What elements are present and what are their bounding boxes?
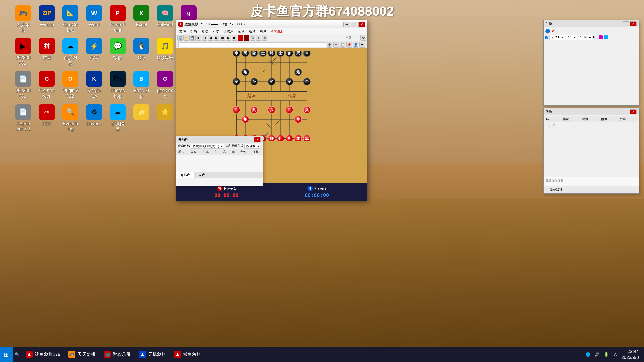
tray-input[interactable]: A <box>612 352 618 358</box>
menu-moves[interactable]: 着法 <box>199 29 210 34</box>
icon-player[interactable]: ▶ 20230908... <box>15 38 31 66</box>
icon-doc1[interactable]: 📄 20230908... <box>15 71 31 99</box>
icon-qqmusic[interactable]: 🎵 QQ音乐 <box>157 38 173 66</box>
bold-btn[interactable]: b <box>256 35 261 41</box>
col-lose: 负 <box>230 149 238 155</box>
search-btn[interactable]: 🔍 <box>250 35 255 41</box>
svg-text:帥: 帥 <box>270 137 274 141</box>
icon-label: 百度网盘 <box>110 121 126 132</box>
icon-img: O <box>62 71 78 87</box>
icon-geek[interactable]: G geek.exe <box>157 71 173 99</box>
red-btn[interactable] <box>238 35 243 41</box>
engine-checkbox[interactable] <box>545 36 548 39</box>
svg-text:相: 相 <box>287 137 291 141</box>
engine-select[interactable]: 引擎1 <box>549 35 565 40</box>
icon-baidupan[interactable]: ☁ 百度网盘 <box>62 38 78 66</box>
maximize-button[interactable]: □ <box>351 22 357 27</box>
opening-close[interactable]: ✕ <box>254 137 261 142</box>
next-end-btn[interactable]: ⏭ <box>220 35 225 41</box>
pencil-btn[interactable]: ✏ <box>333 42 339 48</box>
next-btn[interactable]: ▶ <box>214 35 219 41</box>
tray-network[interactable]: 🌐 <box>585 352 591 358</box>
menu-help[interactable]: 帮助 <box>258 29 269 34</box>
stop-btn[interactable]: ⏹ <box>232 35 237 41</box>
start-button[interactable]: ⊞ <box>0 347 13 362</box>
icon-origin2022[interactable]: O Origin 2022 <box>62 71 78 99</box>
play-btn[interactable]: ▶ <box>226 35 231 41</box>
color-picker2[interactable] <box>604 35 608 39</box>
icon-wechat[interactable]: 💬 微信 <box>110 38 126 66</box>
engine-close[interactable]: ✕ <box>630 21 637 26</box>
print-btn[interactable]: 🖨 <box>195 35 201 41</box>
menu-options[interactable]: 选项 <box>236 29 247 34</box>
col-win: 胜 <box>213 149 221 155</box>
opening-titlebar: 开局库 ✕ <box>176 136 263 143</box>
comment-area[interactable]: 此处编辑注释 <box>544 177 639 186</box>
settings-btn[interactable]: ⚙ <box>360 35 366 41</box>
icon-bandizip[interactable]: B BandiZip <box>133 71 149 99</box>
icon-kingdraw[interactable]: K KingDraw <box>86 71 102 99</box>
icon-everything[interactable]: 🔍 Everything <box>62 104 78 132</box>
extra-btn[interactable]: ⊕ <box>262 35 267 41</box>
person-btn[interactable]: 👤 <box>353 42 358 48</box>
icon-label: Word <box>89 22 100 28</box>
tray-battery[interactable]: 🔋 <box>603 352 609 358</box>
taskbar-item-tianxiang[interactable]: 🎮 天天象棋 <box>64 347 100 362</box>
open-btn[interactable]: 📂 <box>183 35 189 41</box>
taskbar-item-recording[interactable]: 📹 微软录屏 <box>100 347 135 362</box>
minimize-button[interactable]: ─ <box>343 22 350 27</box>
icon-label: Driver... <box>86 121 102 127</box>
nodes-select[interactable]: 1024 <box>578 35 592 40</box>
first-row-text: 一开局一 <box>545 122 638 128</box>
icon-img: 🎵 <box>157 38 173 54</box>
icon-driver[interactable]: ⚙ Driver... <box>86 104 102 132</box>
opening-table: 着法 分数 胜率 胜 和 负 允许 注释 <box>176 149 263 155</box>
icon-photoshop[interactable]: Ps Photoshop <box>110 71 126 99</box>
tab-opening-library[interactable]: 开局库 <box>176 172 194 178</box>
icon-qq[interactable]: 🐧 QQ <box>133 38 149 66</box>
icon-star[interactable]: ⭐ <box>157 104 173 132</box>
dark-red-btn[interactable] <box>244 35 249 41</box>
candidate-close[interactable]: ✕ <box>630 109 637 114</box>
search-bar[interactable]: 🔍 <box>13 352 22 357</box>
menu-opening[interactable]: 开局库 <box>222 29 235 34</box>
depth-select[interactable]: 14 <box>566 35 577 40</box>
icon-label: Origin 2022 <box>62 88 78 99</box>
engine-close-icon[interactable]: ✕ <box>551 29 554 34</box>
query-mode-select[interactable]: 依次查询(查到为止) <box>191 144 224 149</box>
icon-folder[interactable]: 📁 <box>133 104 149 132</box>
tab-cloud-library[interactable]: 云库 <box>194 172 209 178</box>
new-game-btn[interactable]: 🆕 <box>177 35 183 41</box>
system-clock[interactable]: 22:44 2023/9/8 <box>621 349 639 360</box>
taskbar-item-bayufish179[interactable]: ♟ 鲅鱼象棋179 <box>22 347 64 362</box>
prev-start-btn[interactable]: ⏮ <box>202 35 207 41</box>
icon-pdf[interactable]: PDF PDF <box>39 104 55 132</box>
icon-baidupan2[interactable]: ☁ 百度网盘 <box>110 104 126 132</box>
icon-cajviewer[interactable]: C CAJViewer <box>39 71 55 99</box>
menu-register[interactable]: ⊕未注册 <box>269 29 286 34</box>
menu-engine[interactable]: 引擎 <box>211 29 221 34</box>
paste-btn[interactable]: 📌 <box>346 42 352 48</box>
taskbar-item-bayufish[interactable]: ♟ 鲅鱼象棋 <box>170 347 205 362</box>
prev-btn[interactable]: ◀ <box>208 35 213 41</box>
arrow-btn[interactable]: ➡ <box>359 42 365 48</box>
icon-pinyin[interactable]: 拼 拼音 <box>39 38 55 66</box>
engine-minimize[interactable]: ─ <box>623 21 629 26</box>
icon-label: PDF <box>42 121 51 127</box>
menu-video[interactable]: 视频 <box>247 29 258 34</box>
add-btn[interactable]: ➕ <box>327 42 332 48</box>
icon-cajviewer2[interactable]: 📄 CAjViewer 8.1 <box>15 104 31 132</box>
icon-label: CAjViewer 8.1 <box>15 121 31 132</box>
close-button[interactable]: ✕ <box>358 22 365 27</box>
tray-volume[interactable]: 🔊 <box>594 352 600 358</box>
save-btn[interactable]: 💾 <box>189 35 195 41</box>
display-mode-select[interactable]: 按分数 <box>244 144 260 149</box>
candidate-titlebar: 候选 ✕ <box>544 108 639 115</box>
color-picker[interactable] <box>599 35 603 39</box>
taskbar-item-tianji[interactable]: ♟ 天机象棋 <box>135 347 170 362</box>
icon-img: 📄 <box>15 71 31 87</box>
menu-game[interactable]: 棋局 <box>188 29 199 34</box>
copy-btn[interactable]: 📋 <box>340 42 345 48</box>
menu-file[interactable]: 文件 <box>177 29 188 34</box>
icon-thunder[interactable]: ⚡ 迅雷 <box>86 38 102 66</box>
